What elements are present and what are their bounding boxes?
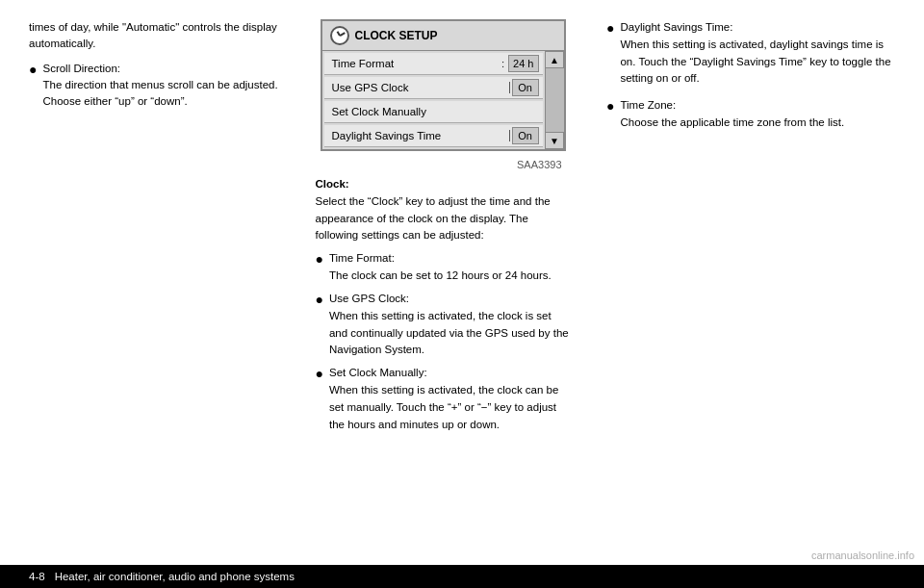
clock-icon xyxy=(330,26,349,45)
daylight-savings-bullet: ● Daylight Savings Time: When this setti… xyxy=(606,19,895,88)
toggle-line-dst xyxy=(509,130,510,141)
time-format-bullet-title: Time Format: xyxy=(329,252,395,264)
set-clock-manually-bullet: ● Set Clock Manually: When this setting … xyxy=(316,365,571,433)
time-format-current: 24 h xyxy=(508,55,538,72)
bullet-dot-2: ● xyxy=(316,250,323,268)
intro-text: times of day, while "Automatic" controls… xyxy=(29,19,279,53)
footer: 4-8 Heater, air conditioner, audio and p… xyxy=(0,565,924,588)
scroll-track xyxy=(546,68,564,132)
footer-page-number: 4-8 xyxy=(29,571,45,582)
image-caption: SAA3393 xyxy=(321,159,566,170)
clock-setup-header: CLOCK SETUP xyxy=(322,21,564,51)
daylight-savings-label: Daylight Savings Time xyxy=(324,125,505,146)
set-clock-manually-label: Set Clock Manually xyxy=(324,101,543,122)
clock-setup-box: CLOCK SETUP Time Format : 24 h xyxy=(321,19,566,151)
time-zone-bullet-title: Time Zone: xyxy=(620,99,676,111)
gps-clock-bullet-body: When this setting is activated, the cloc… xyxy=(329,310,569,356)
gps-clock-value: On xyxy=(505,79,543,96)
clock-label: Clock: xyxy=(316,178,349,190)
dst-toggle-indicator xyxy=(509,130,510,141)
clock-rows-inner: Time Format : 24 h Use GPS Clock xyxy=(322,51,545,149)
bullet-dot-4: ● xyxy=(316,365,323,382)
gps-toggle-indicator xyxy=(509,82,510,93)
scroll-down-button[interactable]: ▼ xyxy=(545,132,564,149)
gps-clock-bullet-title: Use GPS Clock: xyxy=(329,293,409,304)
daylight-savings-row[interactable]: Daylight Savings Time On xyxy=(324,125,543,147)
bullet-dot-5: ● xyxy=(606,19,614,37)
middle-column: CLOCK SETUP Time Format : 24 h xyxy=(298,19,587,555)
daylight-savings-current: On xyxy=(512,127,539,144)
clock-rows-container: Time Format : 24 h Use GPS Clock xyxy=(322,51,564,149)
clock-hand-minute xyxy=(339,32,345,36)
time-format-bullet: ● Time Format: The clock can be set to 1… xyxy=(316,250,571,285)
clock-intro: Clock: Select the “Clock” key to adjust … xyxy=(316,176,571,244)
right-column: ● Daylight Savings Time: When this setti… xyxy=(587,19,895,555)
toggle-line xyxy=(509,82,510,93)
time-zone-bullet-body: Choose the applicable time zone from the… xyxy=(620,116,844,128)
scroll-direction-body: The direction that menus scroll can be a… xyxy=(42,79,277,107)
left-column: times of day, while "Automatic" controls… xyxy=(29,19,298,555)
daylight-savings-bullet-body: When this setting is activated, daylight… xyxy=(620,38,890,85)
set-clock-manually-bullet-body: When this setting is activated, the cloc… xyxy=(329,384,558,430)
time-format-bullet-body: The clock can be set to 12 hours or 24 h… xyxy=(329,269,552,281)
main-content: times of day, while "Automatic" controls… xyxy=(0,0,924,565)
middle-text-block: Clock: Select the “Clock” key to adjust … xyxy=(316,176,571,435)
scroll-direction-title: Scroll Direction: xyxy=(42,63,120,74)
watermark: carmanualsonline.info xyxy=(811,550,914,561)
gps-clock-label: Use GPS Clock xyxy=(324,77,505,98)
gps-clock-bullet: ● Use GPS Clock: When this setting is ac… xyxy=(316,291,571,359)
set-clock-manually-row[interactable]: Set Clock Manually xyxy=(324,101,543,123)
time-format-row[interactable]: Time Format : 24 h xyxy=(324,53,543,75)
bullet-dot: ● xyxy=(29,61,37,78)
colon-indicator: : xyxy=(501,59,504,69)
clock-setup-title: CLOCK SETUP xyxy=(355,29,438,42)
gps-clock-current: On xyxy=(512,79,539,96)
scroll-direction-item: ● Scroll Direction: The direction that m… xyxy=(29,61,279,111)
bullet-dot-6: ● xyxy=(606,97,614,115)
bullet-dot-3: ● xyxy=(316,291,323,308)
time-zone-bullet: ● Time Zone: Choose the applicable time … xyxy=(606,97,895,132)
scroll-up-button[interactable]: ▲ xyxy=(545,51,564,68)
set-clock-manually-bullet-title: Set Clock Manually: xyxy=(329,367,427,378)
daylight-savings-bullet-title: Daylight Savings Time: xyxy=(620,21,732,33)
daylight-savings-value: On xyxy=(505,127,543,144)
gps-clock-row[interactable]: Use GPS Clock On xyxy=(324,77,543,99)
clock-intro-body: Select the “Clock” key to adjust the tim… xyxy=(316,195,551,242)
footer-title: Heater, air conditioner, audio and phone… xyxy=(55,571,295,582)
scrollbar[interactable]: ▲ ▼ xyxy=(545,51,564,149)
time-format-value: : 24 h xyxy=(498,55,542,72)
page-container: times of day, while "Automatic" controls… xyxy=(0,0,924,588)
time-format-label: Time Format xyxy=(324,53,499,74)
